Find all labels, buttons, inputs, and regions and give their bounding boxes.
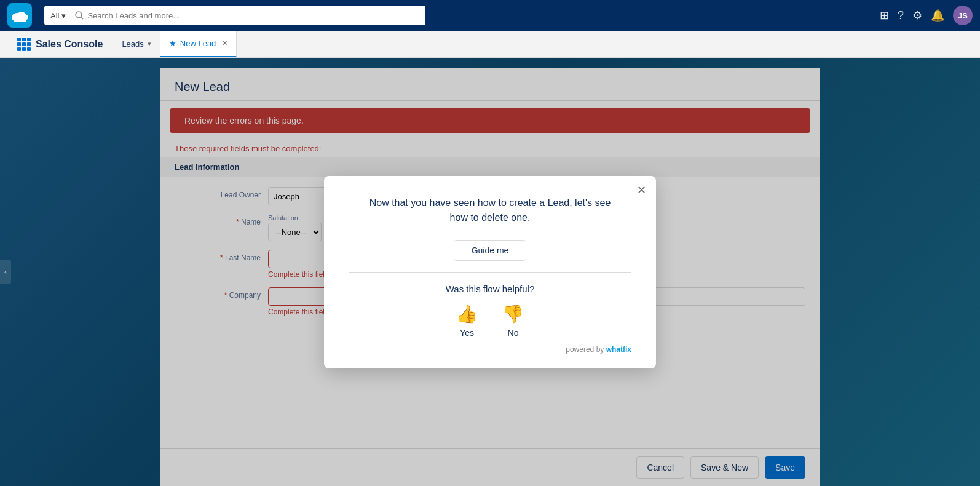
salesforce-logo <box>7 3 32 28</box>
modal-title: Now that you have seen how to create a L… <box>349 196 631 225</box>
search-bar: All ▾ <box>44 6 425 25</box>
modal-close-button[interactable]: ✕ <box>637 185 646 196</box>
search-input[interactable] <box>87 11 419 20</box>
tab-leads[interactable]: Leads ▾ <box>113 31 160 57</box>
app-title: Sales Console <box>7 31 113 57</box>
tab-star-icon: ★ <box>169 39 176 48</box>
nav-add-icon[interactable]: ⊞ <box>880 9 889 22</box>
tab-leads-label: Leads <box>122 39 143 49</box>
modal-overlay: ✕ Now that you have seen how to create a… <box>0 58 980 486</box>
helpful-question: Was this flow helpful? <box>349 284 631 294</box>
dropdown-arrow-icon: ▾ <box>61 11 66 20</box>
yes-label: Yes <box>460 328 474 338</box>
modal-divider <box>349 272 631 273</box>
tab-new-lead-label: New Lead <box>180 39 216 48</box>
tab-bar: Sales Console Leads ▾ ★ New Lead ✕ <box>0 31 980 58</box>
main-area: ‹ New Lead Review the errors on this pag… <box>0 58 980 486</box>
top-nav: All ▾ ⊞ ? ⚙ 🔔 JS <box>0 0 980 31</box>
no-label: No <box>508 328 519 338</box>
thumbs-up-button[interactable]: 👍 Yes <box>456 304 478 338</box>
search-dropdown-label: All <box>50 11 59 20</box>
grid-icon <box>17 38 31 51</box>
tab-new-lead[interactable]: ★ New Lead ✕ <box>160 31 237 57</box>
tab-close-icon[interactable]: ✕ <box>222 39 227 47</box>
nav-icons: ⊞ ? ⚙ 🔔 JS <box>880 6 973 25</box>
nav-help-icon[interactable]: ? <box>898 9 904 22</box>
svg-rect-3 <box>14 17 26 22</box>
nav-bell-icon[interactable]: 🔔 <box>931 9 944 22</box>
helpful-section: Was this flow helpful? 👍 Yes 👎 No powere… <box>349 284 631 354</box>
thumbs-down-icon: 👎 <box>502 304 524 324</box>
avatar[interactable]: JS <box>953 6 973 25</box>
whatfix-brand: whatfix <box>606 345 631 354</box>
svg-line-5 <box>81 17 83 19</box>
whatfix-modal: ✕ Now that you have seen how to create a… <box>324 176 656 368</box>
nav-settings-icon[interactable]: ⚙ <box>912 9 922 22</box>
search-dropdown[interactable]: All ▾ <box>50 11 71 20</box>
tab-leads-dropdown-icon: ▾ <box>148 40 151 48</box>
svg-point-4 <box>76 12 82 18</box>
helpful-buttons: 👍 Yes 👎 No <box>349 304 631 338</box>
search-icon <box>75 11 84 20</box>
thumbs-down-button[interactable]: 👎 No <box>502 304 524 338</box>
guide-me-button[interactable]: Guide me <box>454 240 527 261</box>
powered-by: powered by whatfix <box>349 345 631 354</box>
thumbs-up-icon: 👍 <box>456 304 478 324</box>
